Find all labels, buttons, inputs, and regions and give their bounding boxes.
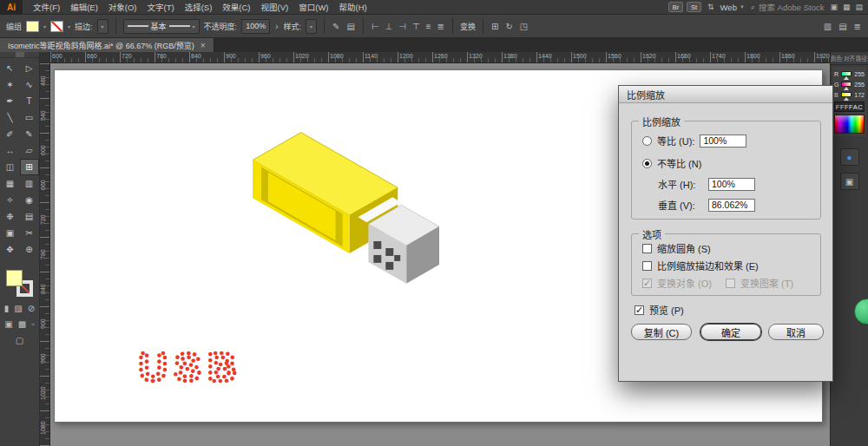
rotate-icon[interactable]: ↻ bbox=[504, 22, 513, 31]
line-segment-tool[interactable]: ╲ bbox=[1, 109, 20, 126]
magic-wand-tool[interactable]: ✶ bbox=[1, 76, 20, 93]
menu-item[interactable]: 选择(S) bbox=[180, 0, 218, 15]
menu-item[interactable]: 窗口(W) bbox=[293, 0, 333, 15]
vertical-ruler[interactable]: 48054060066072078084090096010201080 bbox=[40, 63, 50, 446]
blend-tool[interactable]: ◉ bbox=[20, 192, 39, 208]
color-mode-icon[interactable]: ▮ bbox=[3, 304, 10, 313]
menu-item[interactable]: 对象(O) bbox=[103, 0, 142, 15]
align-left-icon[interactable]: ⊢ bbox=[371, 22, 380, 31]
gradient-mode-icon[interactable]: ▨ bbox=[13, 304, 23, 313]
workspace-layout-icon[interactable]: ▤ bbox=[855, 3, 863, 11]
align-top-icon[interactable]: ⊤ bbox=[411, 22, 421, 31]
slider-handle[interactable] bbox=[844, 76, 849, 80]
style-dropdown[interactable]: ▾ bbox=[306, 19, 317, 34]
align-bottom-icon[interactable]: ≣ bbox=[437, 22, 445, 31]
free-transform-tool[interactable]: ▱ bbox=[20, 142, 39, 159]
dialog-title-bar[interactable]: 比例缩放 bbox=[619, 86, 832, 103]
badge-st[interactable]: St bbox=[687, 2, 701, 12]
draw-normal-icon[interactable]: ▣ bbox=[3, 319, 13, 329]
width-tool[interactable]: ↔ bbox=[1, 142, 20, 159]
document-tab[interactable]: Isometric等距视角斜角网格.ai* @ 66.67% (RGB/预览) … bbox=[0, 38, 214, 52]
slider-handle[interactable] bbox=[844, 87, 849, 90]
stock-icon[interactable]: ▣ bbox=[830, 3, 838, 11]
color-spectrum-ramp[interactable] bbox=[834, 115, 865, 134]
fill-chevron-icon[interactable]: ▾ bbox=[43, 23, 46, 30]
graphic-style-icon[interactable]: ▤ bbox=[345, 22, 355, 31]
stroke-color-swatch[interactable] bbox=[50, 21, 63, 32]
menu-item[interactable]: 帮助(H) bbox=[334, 0, 372, 15]
draw-behind-icon[interactable]: ▩ bbox=[17, 319, 27, 329]
isolate-icon[interactable]: ◳ bbox=[519, 22, 529, 31]
pen-tool[interactable]: ✒ bbox=[1, 93, 20, 109]
uniform-scale-input[interactable] bbox=[700, 134, 746, 148]
paintbrush-tool[interactable]: ✐ bbox=[1, 126, 20, 142]
stroke-chevron-icon[interactable]: ▾ bbox=[68, 23, 70, 30]
channel-slider-g[interactable] bbox=[841, 82, 852, 87]
brush-definition-dropdown[interactable]: 基本 ▾ bbox=[123, 19, 200, 34]
panel-tab-颜色参[interactable]: 颜色参 bbox=[831, 52, 843, 64]
slice-tool[interactable]: ✂ bbox=[20, 225, 39, 241]
symbol-sprayer-tool[interactable]: ❉ bbox=[1, 208, 20, 225]
workspace-switcher[interactable]: Web ▼ bbox=[720, 3, 745, 12]
column-graph-tool[interactable]: ▤ bbox=[20, 208, 39, 225]
brush-libraries-icon[interactable]: ✎ bbox=[332, 22, 340, 31]
vertical-scale-input[interactable] bbox=[708, 199, 755, 212]
fill-stroke-indicator[interactable] bbox=[6, 270, 34, 298]
panel-tab-路径查[interactable]: 路径查 bbox=[856, 52, 868, 64]
panel-menu-icon[interactable]: ≣ bbox=[853, 22, 862, 31]
opacity-chevron-icon[interactable]: › bbox=[274, 22, 279, 31]
mesh-tool[interactable]: ▦ bbox=[1, 175, 20, 192]
copy-button[interactable]: 复制 (C) bbox=[631, 324, 692, 340]
channel-slider-b[interactable] bbox=[841, 92, 852, 97]
sync-icon[interactable]: ⇅ bbox=[707, 3, 714, 11]
shear-icon[interactable]: ⊞ bbox=[490, 22, 499, 31]
ruler-origin-corner[interactable] bbox=[40, 52, 50, 63]
screen-mode-icon[interactable]: ▢ bbox=[15, 336, 24, 345]
panel-grip[interactable] bbox=[0, 52, 39, 58]
menu-item[interactable]: 效果(C) bbox=[217, 0, 255, 15]
align-right-icon[interactable]: ⊣ bbox=[398, 22, 407, 31]
panel-tab-对齐[interactable]: 对齐 bbox=[843, 52, 855, 64]
uniform-radio[interactable] bbox=[642, 136, 652, 146]
usb-text[interactable]: USB bbox=[139, 345, 244, 390]
eyedropper-tool[interactable]: ✧ bbox=[1, 192, 20, 208]
zoom-tool[interactable]: ⊕ bbox=[20, 241, 39, 258]
scale-corners-checkbox[interactable] bbox=[642, 244, 652, 253]
fill-swatch[interactable] bbox=[6, 270, 23, 286]
non-uniform-radio[interactable] bbox=[642, 159, 652, 168]
opacity-value[interactable]: 100% bbox=[241, 19, 270, 34]
pencil-tool[interactable]: ✎ bbox=[20, 126, 39, 142]
align-center-icon[interactable]: ⊥ bbox=[385, 22, 394, 31]
horizontal-ruler[interactable]: 6006607207808409009601020108011401200126… bbox=[50, 52, 830, 63]
slider-handle[interactable] bbox=[844, 97, 849, 101]
align-middle-icon[interactable]: ≡ bbox=[425, 22, 432, 31]
hand-tool[interactable]: ✥ bbox=[1, 241, 20, 258]
kuler-panel-icon[interactable]: ● bbox=[840, 148, 859, 166]
menu-item[interactable]: 文字(T) bbox=[142, 0, 180, 15]
panels-icon[interactable]: ▥ bbox=[823, 22, 832, 31]
fill-color-swatch[interactable] bbox=[26, 21, 39, 32]
arrange-documents-icon[interactable]: ▦ bbox=[843, 3, 851, 11]
menu-item[interactable]: 视图(V) bbox=[256, 0, 294, 15]
direct-selection-tool[interactable]: ▷ bbox=[20, 60, 39, 76]
selection-tool[interactable]: ↖ bbox=[1, 60, 20, 76]
perspective-grid-tool[interactable]: ⊞ bbox=[20, 159, 39, 175]
channel-slider-r[interactable] bbox=[841, 71, 852, 76]
stock-search[interactable]: ⌕ 搜索 Adobe Stock bbox=[751, 1, 825, 13]
stroke-weight-dropdown[interactable]: ▾ bbox=[97, 19, 108, 34]
cancel-button[interactable]: 取消 bbox=[768, 324, 824, 340]
close-tab-icon[interactable]: × bbox=[201, 41, 206, 50]
none-mode-icon[interactable]: ⊘ bbox=[27, 304, 36, 313]
shape-builder-tool[interactable]: ◫ bbox=[1, 159, 20, 175]
type-tool[interactable]: T bbox=[20, 93, 39, 109]
symbols-panel-icon[interactable]: ▣ bbox=[840, 173, 859, 190]
menu-item[interactable]: 编辑(E) bbox=[65, 0, 103, 15]
draw-inside-icon[interactable]: ▫ bbox=[30, 319, 36, 329]
dock-icon[interactable]: ▤ bbox=[838, 22, 847, 31]
horizontal-scale-input[interactable] bbox=[708, 178, 755, 191]
hex-value-field[interactable]: FFFFAC bbox=[834, 102, 865, 112]
artboard-tool[interactable]: ▣ bbox=[1, 225, 20, 241]
ok-button[interactable]: 确定 bbox=[700, 324, 761, 340]
rectangle-tool[interactable]: ▭ bbox=[20, 109, 39, 126]
badge-br[interactable]: Br bbox=[668, 2, 683, 12]
